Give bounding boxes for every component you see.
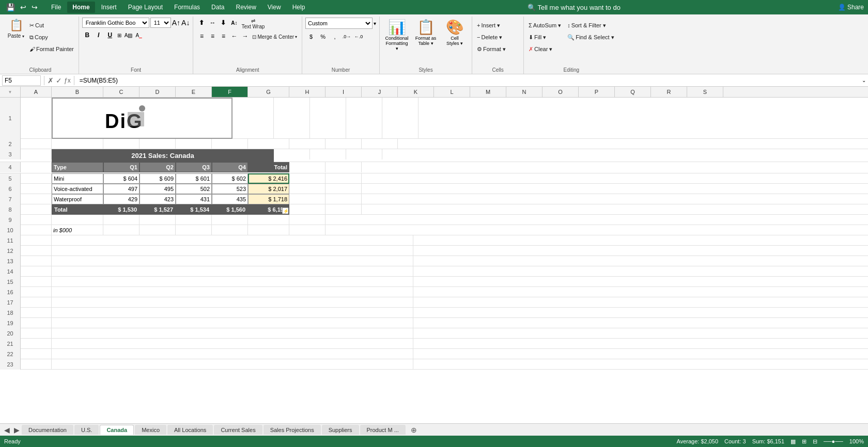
col-header-o[interactable]: O [542,87,579,97]
cell-e10[interactable] [176,225,212,235]
cell-h4[interactable] [289,162,326,172]
cell-i7[interactable] [326,194,362,204]
align-center-button[interactable]: ≡ [207,31,218,41]
cell-i5[interactable] [326,173,362,184]
cell-d2[interactable] [140,139,176,149]
cell-i8[interactable] [326,204,362,215]
cell-i1[interactable] [310,98,346,139]
wrap-text-button[interactable]: ⇌ Text Wrap [240,18,266,30]
cell-c2[interactable] [103,139,140,149]
col-header-n[interactable]: N [506,87,542,97]
cell-e5[interactable]: $ 601 [176,173,212,184]
cell-g4[interactable]: Total [248,162,289,172]
cell-i4[interactable] [326,162,362,172]
cell-h6[interactable] [289,184,326,194]
cell-c8[interactable]: $ 1,530 [103,204,140,215]
cell-g2[interactable] [248,139,289,149]
clear-button[interactable]: ✗ Clear ▾ [527,43,563,55]
number-format-select[interactable]: Custom [305,18,373,29]
copy-button[interactable]: ⧉ Copy [28,31,75,43]
select-all[interactable]: ▼ [8,90,12,94]
tab-mexico[interactable]: Mexico [135,425,166,435]
cell-d5[interactable]: $ 609 [140,173,176,184]
align-top-button[interactable]: ⬆ [196,18,207,28]
cell-a5[interactable] [21,173,52,184]
cut-button[interactable]: ✂ Cut [28,20,75,31]
col-header-a[interactable]: A [21,87,52,97]
align-middle-button[interactable]: ↔ [207,18,218,28]
view-tab[interactable]: View [262,2,286,13]
cell-i3[interactable] [310,149,346,159]
cell-b8[interactable]: Total [52,204,103,215]
cell-a4[interactable] [21,162,52,172]
tab-product-m[interactable]: Product M ... [360,425,406,435]
share-button[interactable]: 👤 Share [838,4,864,11]
cell-g6[interactable]: $ 2,017 [248,184,289,194]
row-num-1[interactable]: 1 [0,98,21,139]
row-num-4[interactable]: 4 [0,162,21,172]
cell-d8[interactable]: $ 1,527 [140,204,176,215]
insert-cells-button[interactable]: + Insert ▾ [475,20,507,31]
tab-all-locations[interactable]: All Locations [167,425,213,435]
insert-function-icon[interactable]: ƒx [64,77,71,84]
merge-dropdown[interactable]: ▾ [295,35,297,39]
cell-g10[interactable] [248,225,289,235]
align-bottom-button[interactable]: ⬇ [218,18,228,28]
review-tab[interactable]: Review [230,2,261,13]
cell-h9[interactable] [289,215,326,225]
row-num-20[interactable]: 20 [0,328,21,339]
sheets-scroll-right[interactable]: ▶ [12,425,22,435]
cell-d6[interactable]: 495 [140,184,176,194]
cell-c5[interactable]: $ 604 [103,173,140,184]
cell-d4[interactable]: Q2 [140,162,176,172]
cell-k1[interactable] [382,98,419,139]
paste-button[interactable]: 📋 Paste ▾ [5,18,27,55]
col-header-d[interactable]: D [140,87,176,97]
tab-sales-projections[interactable]: Sales Projections [264,425,321,435]
comma-button[interactable]: , [329,31,340,42]
tab-canada[interactable]: Canada [100,425,134,435]
merge-center-button[interactable]: ⊡ Merge & Center ▾ [251,31,299,42]
row-num-10[interactable]: 10 [0,225,21,235]
col-header-r[interactable]: R [651,87,687,97]
row-num-9[interactable]: 9 [0,215,21,225]
view-page-layout[interactable]: ⊞ [802,438,807,445]
font-name-select[interactable]: Franklin Gothic Boo [82,18,149,28]
align-left-button[interactable]: ≡ [196,31,207,41]
cell-styles-button[interactable]: 🎨 CellStyles ▾ [441,18,469,55]
cell-c7[interactable]: 429 [103,194,140,204]
tab-us[interactable]: U.S. [74,425,99,435]
row-num-23[interactable]: 23 [0,359,21,370]
col-header-k[interactable]: K [398,87,434,97]
autosum-button[interactable]: Σ AutoSum ▾ [527,20,563,31]
formulas-tab[interactable]: Formulas [169,2,205,13]
font-color-button[interactable]: A_ [134,31,143,39]
cell-a8[interactable] [21,204,52,215]
save-button[interactable]: 💾 [4,2,17,12]
row-num-8[interactable]: 8 [0,204,21,215]
cancel-formula-icon[interactable]: ✗ [48,76,54,85]
view-page-break[interactable]: ⊟ [813,438,817,445]
cell-i6[interactable] [326,184,362,194]
currency-button[interactable]: $ [305,31,317,42]
cell-a6[interactable] [21,184,52,194]
cell-f4[interactable]: Q4 [212,162,248,172]
row-num-13[interactable]: 13 [0,256,21,266]
decrease-decimal[interactable]: ←.0 [353,31,364,42]
row-num-21[interactable]: 21 [0,339,21,349]
cell-f6[interactable]: 523 [212,184,248,194]
view-normal[interactable]: ▦ [791,438,796,445]
bold-button[interactable]: B [82,30,92,40]
cell-e8[interactable]: $ 1,534 [176,204,212,215]
col-header-j[interactable]: J [362,87,398,97]
row-num-17[interactable]: 17 [0,297,21,308]
cell-c6[interactable]: 497 [103,184,140,194]
cell-b4[interactable]: Type [52,162,103,172]
tab-suppliers[interactable]: Suppliers [322,425,359,435]
cell-h1[interactable] [274,98,310,139]
cell-b7[interactable]: Waterproof [52,194,103,204]
undo-button[interactable]: ↩ [18,2,28,12]
tab-current-sales[interactable]: Current Sales [214,425,262,435]
cell-f10[interactable] [212,225,248,235]
cell-f9[interactable] [212,215,248,225]
